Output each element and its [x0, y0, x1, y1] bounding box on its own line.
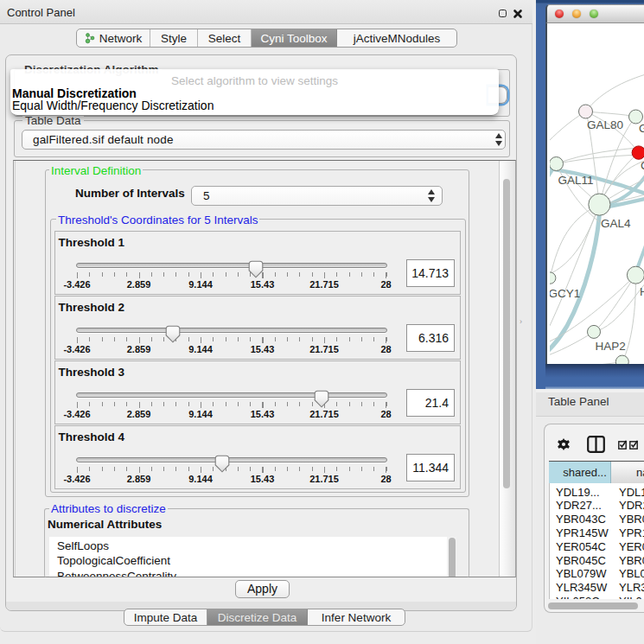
svg-text:GAL11: GAL11 [558, 174, 593, 187]
svg-text:GCY1: GCY1 [550, 287, 580, 300]
svg-text:GA: GA [639, 122, 644, 135]
svg-text:HAP2: HAP2 [595, 340, 625, 353]
svg-text:GAL4: GAL4 [601, 217, 631, 230]
svg-text:CY: CY [641, 159, 644, 172]
svg-text:HA: HA [640, 285, 644, 298]
svg-text:GAL80: GAL80 [587, 118, 623, 131]
